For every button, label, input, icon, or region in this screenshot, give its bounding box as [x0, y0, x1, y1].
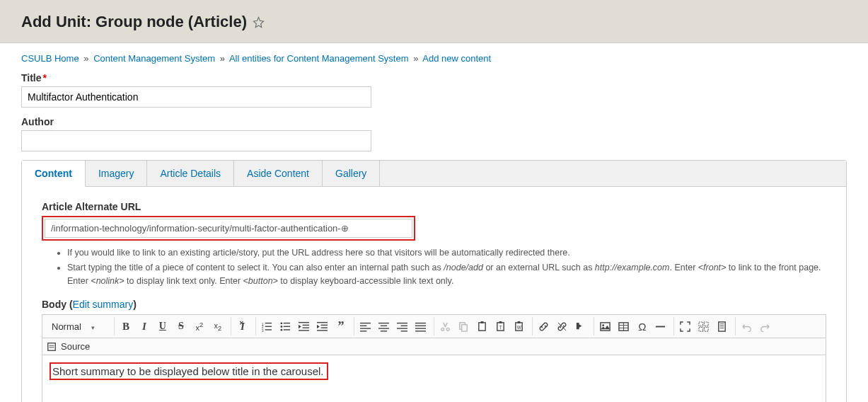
table-button[interactable] — [615, 317, 633, 335]
title-input[interactable] — [21, 86, 371, 108]
tab-aside-content[interactable]: Aside Content — [234, 161, 323, 186]
svg-rect-16 — [317, 322, 328, 323]
svg-rect-53 — [699, 322, 703, 326]
remove-format-button[interactable]: I✕ — [233, 317, 252, 335]
source-label: Source — [61, 341, 90, 352]
unlink-button[interactable] — [553, 317, 572, 335]
svg-rect-57 — [719, 322, 725, 331]
breadcrumb-link-2[interactable]: All entities for Content Management Syst… — [229, 53, 409, 64]
tab-article-details[interactable]: Article Details — [147, 161, 234, 186]
blockquote-button[interactable]: ” — [332, 317, 350, 335]
help2i4: <nolink> — [91, 276, 124, 286]
superscript-button[interactable]: x2 — [190, 317, 209, 335]
format-select[interactable]: Normal — [45, 318, 110, 335]
svg-rect-31 — [401, 331, 407, 331]
breadcrumb-sep: » — [413, 53, 418, 64]
tab-content[interactable]: Content — [22, 161, 86, 187]
breadcrumb-link-0[interactable]: CSULB Home — [21, 53, 79, 64]
help2i1: /node/add — [444, 263, 483, 272]
paste-button[interactable] — [473, 317, 492, 335]
templates-button[interactable] — [713, 317, 731, 335]
help2f: to display keyboard-accessible link text… — [278, 276, 454, 286]
svg-rect-13 — [303, 324, 309, 325]
svg-rect-26 — [378, 328, 389, 328]
alt-url-label: Article Alternate URL — [42, 201, 826, 212]
toolbar-row-2: Source — [42, 338, 826, 355]
show-blocks-button[interactable] — [695, 317, 713, 335]
breadcrumb-link-1[interactable]: Content Management System — [93, 53, 215, 64]
help2i3: <front> — [698, 263, 727, 272]
toolbar-row-1: Normal B I U S x2 x2 I✕ 123 — [42, 315, 826, 338]
align-left-button[interactable] — [357, 317, 375, 335]
author-input[interactable] — [21, 130, 371, 151]
edit-summary-link[interactable]: Edit summary — [73, 299, 134, 310]
horizontal-rule-button[interactable] — [652, 317, 670, 335]
svg-rect-61 — [48, 343, 56, 351]
breadcrumb-link-3[interactable]: Add new content — [422, 53, 491, 64]
rich-text-editor: Normal B I U S x2 x2 I✕ 123 — [42, 314, 826, 402]
svg-rect-7 — [284, 323, 290, 323]
numbered-list-button[interactable]: 123 — [258, 317, 277, 335]
svg-text:T: T — [499, 325, 502, 330]
svg-rect-32 — [415, 323, 426, 323]
bold-button[interactable]: B — [117, 317, 135, 335]
bullet-list-button[interactable] — [277, 317, 295, 335]
strike-button[interactable]: S — [172, 317, 190, 335]
redo-button[interactable] — [756, 317, 775, 335]
image-button[interactable] — [596, 317, 615, 335]
body-label: Body (Edit summary) — [42, 299, 826, 310]
align-justify-button[interactable] — [412, 317, 430, 335]
link-button[interactable] — [535, 317, 553, 335]
svg-rect-52 — [656, 326, 665, 327]
author-field-wrap: Author — [21, 116, 847, 151]
svg-rect-54 — [705, 322, 709, 326]
svg-rect-55 — [699, 327, 703, 331]
svg-rect-33 — [415, 325, 426, 326]
subscript-button[interactable]: x2 — [209, 317, 227, 335]
tabs-container: Content Imagery Article Details Aside Co… — [21, 160, 847, 402]
paste-text-button[interactable]: T — [492, 317, 510, 335]
editor-body[interactable]: Short summary to be displayed below titl… — [42, 355, 826, 402]
svg-rect-19 — [317, 330, 328, 331]
align-center-button[interactable] — [375, 317, 393, 335]
breadcrumb: CSULB Home » Content Management System »… — [21, 53, 847, 64]
help2i2: http://example.com — [595, 263, 670, 272]
svg-rect-24 — [378, 323, 389, 323]
help2c: . Enter — [669, 263, 698, 272]
underline-button[interactable]: U — [154, 317, 172, 335]
outdent-button[interactable] — [295, 317, 313, 335]
copy-button[interactable] — [455, 317, 473, 335]
cut-button[interactable] — [436, 317, 455, 335]
italic-button[interactable]: I — [135, 317, 154, 335]
star-icon[interactable] — [253, 16, 265, 28]
undo-button[interactable] — [738, 317, 756, 335]
svg-rect-46 — [601, 323, 610, 331]
svg-point-8 — [281, 326, 283, 328]
svg-rect-38 — [479, 323, 485, 331]
page-title: Add Unit: Group node (Article) — [21, 13, 847, 31]
svg-rect-1 — [265, 323, 272, 323]
tab-imagery[interactable]: Imagery — [86, 161, 148, 186]
svg-rect-28 — [397, 323, 407, 323]
svg-rect-37 — [462, 324, 468, 331]
tab-row: Content Imagery Article Details Aside Co… — [22, 161, 846, 187]
align-right-button[interactable] — [393, 317, 412, 335]
tab-gallery[interactable]: Gallery — [323, 161, 380, 186]
help2e: to display link text only. Enter — [125, 276, 243, 286]
svg-rect-5 — [265, 329, 272, 330]
special-char-button[interactable]: Ω — [633, 317, 652, 335]
svg-rect-44 — [518, 321, 521, 323]
anchor-button[interactable] — [572, 317, 590, 335]
svg-point-6 — [281, 322, 283, 324]
required-mark: * — [43, 72, 47, 84]
svg-point-10 — [281, 329, 283, 331]
source-button[interactable]: Source — [47, 341, 90, 352]
maximize-button[interactable] — [676, 317, 695, 335]
alt-url-input[interactable] — [45, 219, 412, 238]
indent-button[interactable] — [313, 317, 332, 335]
paste-word-button[interactable]: W — [510, 317, 528, 335]
page-title-text: Add Unit: Group node (Article) — [21, 13, 247, 31]
help-list: If you would like to link to an existing… — [42, 246, 826, 287]
svg-rect-30 — [397, 328, 407, 328]
svg-rect-9 — [284, 326, 290, 326]
